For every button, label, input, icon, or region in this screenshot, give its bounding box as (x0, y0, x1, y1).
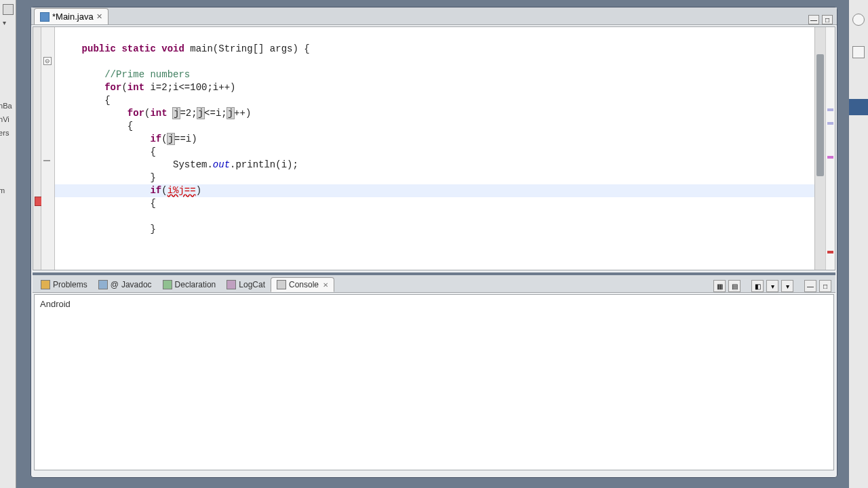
code-line: } (59, 171, 810, 184)
tab-declaration[interactable]: Declaration (157, 277, 222, 292)
scroll-thumb[interactable] (816, 54, 824, 176)
tab-console[interactable]: Console ✕ (271, 277, 334, 292)
outline-icon[interactable] (852, 46, 865, 58)
trim-label: bers (0, 129, 9, 137)
fold-toggle[interactable]: ⊖ (43, 57, 52, 65)
code-line (59, 56, 810, 68)
folding-gutter[interactable]: ⊖ (41, 27, 55, 270)
trim-accent (849, 99, 868, 115)
overview-error-mark (827, 251, 833, 253)
code-line: { (59, 94, 810, 107)
tab-javadoc[interactable]: @ Javadoc (93, 277, 157, 292)
close-icon[interactable]: ✕ (323, 281, 328, 289)
pin-console-button[interactable]: ◧ (751, 280, 764, 292)
display-console-button[interactable]: ▦ (713, 280, 726, 292)
code-line: { (59, 146, 810, 159)
overview-ruler[interactable] (825, 27, 835, 270)
close-icon[interactable]: ✕ (96, 12, 102, 21)
code-text-area[interactable]: public static void main(String[] args) {… (55, 27, 814, 270)
editor-window-buttons: — □ (808, 15, 837, 24)
trim-label: onBa (0, 102, 12, 110)
declaration-icon (163, 280, 172, 289)
open-console-button[interactable]: ▤ (728, 280, 741, 292)
javadoc-icon (98, 280, 108, 289)
tab-label: Console (289, 280, 319, 289)
code-line: //Prime numbers (59, 68, 810, 81)
code-line: { (59, 197, 810, 210)
views-panel: Problems @ Javadoc Declaration LogCat Co… (33, 272, 835, 476)
overview-mark (827, 156, 833, 159)
trim-label: onVi (0, 115, 9, 123)
code-line: for(int i=2;i<=100;i++) (59, 81, 810, 94)
tab-label: Problems (53, 280, 87, 289)
tab-label: LogCat (239, 280, 265, 289)
console-output[interactable]: Android (34, 294, 834, 470)
package-explorer-icon[interactable] (3, 4, 14, 15)
editor-frame: *Main.java ✕ — □ ⊖ public static void ma… (31, 7, 837, 478)
console-dropdown-button[interactable]: ▾ (766, 280, 778, 292)
code-line: if(j==i) (59, 133, 810, 146)
code-line: System.out.println(i); (59, 159, 810, 171)
console-icon (277, 280, 286, 289)
overview-mark (827, 122, 833, 125)
tab-problems[interactable]: Problems (35, 277, 93, 292)
editor-tab-main-java[interactable]: *Main.java ✕ (34, 8, 108, 24)
minimize-view-button[interactable]: — (804, 280, 816, 292)
clear-console-button[interactable]: ▾ (781, 280, 793, 292)
code-line: if(i%j==) (59, 184, 810, 197)
java-file-icon (40, 12, 50, 22)
maximize-button[interactable]: □ (822, 15, 833, 24)
right-trim (849, 0, 868, 488)
code-line (59, 210, 810, 223)
fold-line (43, 160, 50, 161)
view-toolbar: ▦ ▤ ◧ ▾ ▾ — □ (713, 280, 835, 292)
marker-bar (33, 27, 41, 270)
left-trim: ▾ onBa onVi bers e em (0, 0, 16, 488)
progress-icon[interactable] (852, 14, 865, 26)
code-line: public static void main(String[] args) { (59, 43, 810, 56)
editor-tab-bar: *Main.java ✕ — □ (31, 7, 837, 25)
code-line: { (59, 120, 810, 133)
view-tab-bar: Problems @ Javadoc Declaration LogCat Co… (33, 275, 835, 293)
code-line: for(int j=2;j<=i;j++) (59, 107, 810, 120)
logcat-icon (226, 280, 236, 289)
maximize-view-button[interactable]: □ (819, 280, 831, 292)
tab-label: Declaration (175, 280, 216, 289)
code-editor[interactable]: ⊖ public static void main(String[] args)… (33, 26, 835, 270)
tab-label: Javadoc (121, 280, 152, 289)
console-line: Android (40, 299, 828, 309)
editor-tab-title: *Main.java (52, 12, 94, 22)
trim-label: em (0, 186, 5, 195)
tab-logcat[interactable]: LogCat (221, 277, 271, 292)
code-line (59, 30, 810, 43)
overview-mark (827, 108, 833, 111)
problems-icon (41, 280, 50, 289)
code-line: } (59, 223, 810, 236)
minimize-button[interactable]: — (808, 15, 819, 24)
vertical-scrollbar[interactable] (814, 27, 825, 270)
chevron-down-icon[interactable]: ▾ (3, 19, 13, 26)
